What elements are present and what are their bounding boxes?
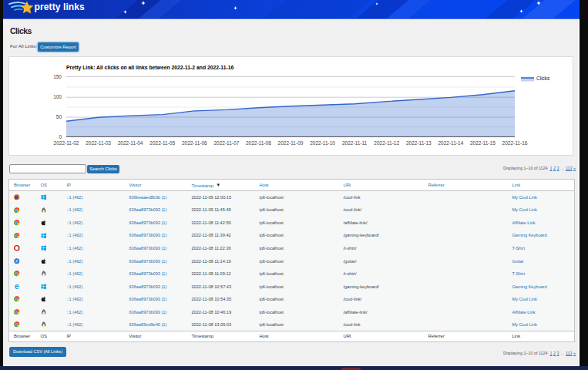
svg-text:2022-11-15: 2022-11-15 bbox=[470, 140, 496, 146]
svg-text:2022-11-11: 2022-11-11 bbox=[342, 140, 368, 146]
svg-text:2022-11-05: 2022-11-05 bbox=[150, 140, 175, 146]
svg-text:2022-11-02: 2022-11-02 bbox=[54, 140, 79, 146]
svg-text:pretty links: pretty links bbox=[35, 2, 85, 12]
svg-text:150: 150 bbox=[53, 74, 62, 79]
svg-text:2022-11-07: 2022-11-07 bbox=[214, 140, 240, 146]
svg-text:Clicks: Clicks bbox=[536, 76, 550, 81]
svg-text:Pretty Link: All clicks on all: Pretty Link: All clicks on all links bet… bbox=[66, 65, 234, 71]
svg-text:e: e bbox=[15, 284, 19, 290]
svg-text:2022-11-08: 2022-11-08 bbox=[246, 140, 271, 146]
svg-text:100: 100 bbox=[53, 94, 62, 99]
svg-text:0: 0 bbox=[59, 134, 62, 140]
svg-text:2022-11-13: 2022-11-13 bbox=[406, 140, 432, 146]
svg-text:2022-11-16: 2022-11-16 bbox=[502, 140, 528, 146]
svg-text:2022-11-10: 2022-11-10 bbox=[310, 140, 335, 146]
svg-text:2022-11-14: 2022-11-14 bbox=[438, 140, 464, 146]
svg-text:2022-11-09: 2022-11-09 bbox=[278, 140, 304, 146]
svg-text:2022-11-06: 2022-11-06 bbox=[182, 140, 207, 146]
svg-text:50: 50 bbox=[56, 114, 62, 119]
svg-text:2022-11-12: 2022-11-12 bbox=[374, 140, 399, 146]
svg-text:2022-11-03: 2022-11-03 bbox=[86, 140, 111, 146]
svg-text:2022-11-04: 2022-11-04 bbox=[118, 140, 143, 146]
